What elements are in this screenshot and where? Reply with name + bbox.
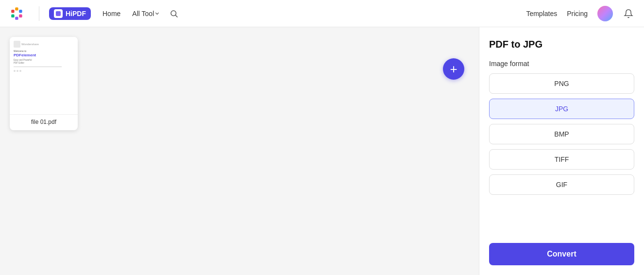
svg-rect-2 (19, 10, 22, 13)
all-tool-dropdown-icon (155, 11, 159, 15)
svg-rect-0 (11, 10, 14, 13)
format-gif[interactable]: GIF (489, 174, 634, 195)
preview-brand: Wondershare (21, 43, 39, 46)
preview-dot (19, 70, 21, 72)
format-jpg[interactable]: JPG (489, 99, 634, 119)
hipdf-icon (54, 9, 63, 18)
nav-home[interactable]: Home (102, 10, 120, 17)
preview-product: PDFelement (14, 53, 36, 57)
svg-rect-4 (15, 17, 18, 19)
nav-templates[interactable]: Templates (526, 10, 557, 17)
preview-dot (17, 70, 18, 72)
nav-all-tool[interactable]: All Tool (132, 10, 158, 17)
main-content: Wondershare Welcome to PDFelement Easy a… (0, 27, 644, 275)
header-divider (39, 6, 39, 21)
brand-logo (10, 6, 29, 21)
preview-dots (14, 70, 21, 72)
main-nav: Home All Tool (102, 10, 158, 17)
search-icon (169, 9, 178, 18)
file-preview: Wondershare Welcome to PDFelement Easy a… (10, 37, 78, 115)
preview-logo-icon (14, 41, 20, 48)
header-right: Templates Pricing (526, 6, 634, 21)
svg-line-7 (176, 15, 178, 17)
convert-button[interactable]: Convert (489, 243, 634, 265)
user-avatar[interactable] (597, 6, 613, 21)
file-card[interactable]: Wondershare Welcome to PDFelement Easy a… (10, 37, 78, 130)
upload-area: Wondershare Welcome to PDFelement Easy a… (0, 27, 479, 275)
app-header: HiPDF Home All Tool Templates Pricing (0, 0, 644, 27)
preview-logo: Wondershare (14, 41, 39, 48)
format-bmp[interactable]: BMP (489, 124, 634, 144)
format-tiff[interactable]: TIFF (489, 149, 634, 170)
search-button[interactable] (166, 6, 182, 21)
preview-dot (14, 70, 16, 72)
right-panel: PDF to JPG Image format PNG JPG BMP TIFF… (479, 27, 644, 275)
file-name: file 01.pdf (31, 119, 56, 125)
image-format-label: Image format (489, 60, 634, 68)
hipdf-label: HiPDF (66, 10, 86, 17)
svg-rect-5 (19, 14, 22, 17)
svg-rect-3 (11, 14, 14, 17)
add-file-button[interactable]: + (443, 58, 464, 80)
svg-point-6 (171, 11, 176, 16)
nav-pricing[interactable]: Pricing (567, 10, 588, 17)
preview-welcome: Welcome to (14, 50, 26, 52)
preview-sub2: PDF Editor (14, 62, 24, 65)
notifications-button[interactable] (623, 8, 634, 19)
format-png[interactable]: PNG (489, 73, 634, 94)
format-options: PNG JPG BMP TIFF GIF (489, 73, 634, 231)
bell-icon (624, 9, 633, 18)
svg-rect-1 (15, 7, 18, 10)
panel-title: PDF to JPG (489, 39, 634, 50)
hipdf-badge[interactable]: HiPDF (49, 7, 91, 20)
wondershare-logo (10, 6, 29, 21)
preview-line (14, 67, 62, 67)
